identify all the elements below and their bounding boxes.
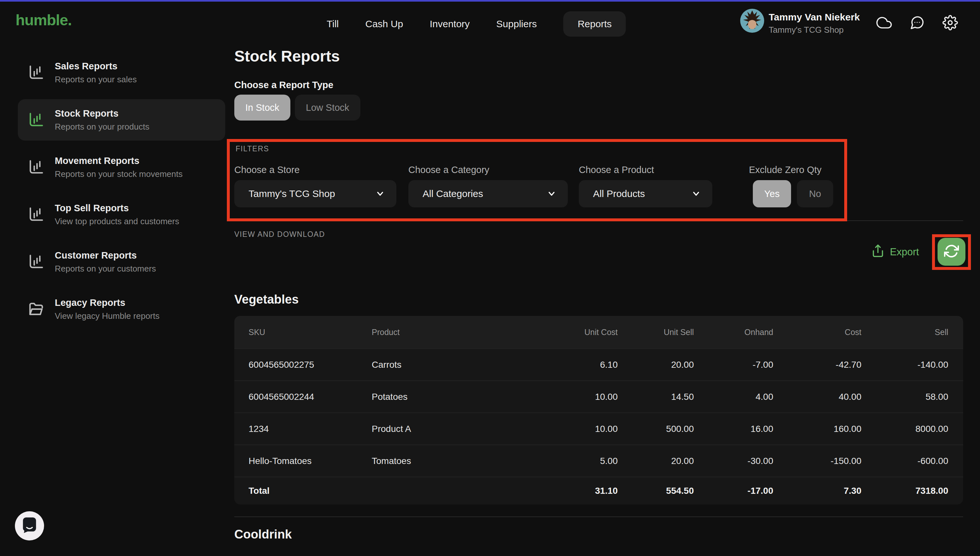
cell-product: Product A (372, 424, 496, 434)
gear-icon[interactable] (943, 15, 958, 31)
sidebar-item-title: Movement Reports (55, 155, 183, 166)
total-onhand: -17.00 (694, 486, 773, 496)
user-name[interactable]: Tammy Van Niekerk (769, 12, 860, 23)
chart-icon (27, 206, 44, 223)
nav-item-till[interactable]: Till (327, 18, 339, 29)
table-title-vegetables: Vegetables (234, 293, 299, 307)
total-unit-cost: 31.10 (496, 486, 618, 496)
column-header-cost: Cost (773, 328, 861, 337)
nav-item-inventory[interactable]: Inventory (430, 18, 470, 29)
sidebar-item-text: Top Sell Reports View top products and c… (55, 203, 179, 226)
column-header-unit-cost: Unit Cost (496, 328, 618, 337)
sidebar-item-stock-reports[interactable]: Stock Reports Reports on your products (18, 99, 225, 141)
sidebar-item-text: Movement Reports Reports on your stock m… (55, 155, 183, 179)
product-select-value: All Products (593, 188, 645, 199)
user-store: Tammy's TCG Shop (769, 25, 844, 35)
chart-icon (27, 64, 44, 81)
product-select[interactable]: All Products (579, 180, 712, 207)
total-sell: 7318.00 (861, 486, 948, 496)
cell-cost: -42.70 (773, 360, 861, 370)
category-select-value: All Categories (423, 188, 483, 199)
sidebar-item-title: Customer Reports (55, 250, 156, 261)
sidebar-item-subtitle: Reports on your customers (55, 264, 156, 274)
cell-sell: -600.00 (861, 456, 948, 466)
exclude-zero-qty-no-button[interactable]: No (797, 180, 833, 207)
app-logo: humble. (16, 11, 72, 29)
product-filter-label: Choose a Product (579, 165, 654, 175)
chat-bubble-icon (23, 517, 37, 535)
export-button[interactable]: Export (871, 244, 919, 260)
store-select-value: Tammy's TCG Shop (249, 188, 335, 199)
table-header-row: SKU Product Unit Cost Unit Sell Onhand C… (234, 316, 963, 348)
sidebar-item-subtitle: Reports on your sales (55, 74, 137, 84)
sidebar-item-text: Stock Reports Reports on your products (55, 108, 149, 132)
sidebar-item-subtitle: View top products and customers (55, 217, 179, 226)
cell-unit-sell: 14.50 (618, 392, 694, 402)
sidebar-item-title: Sales Reports (55, 61, 137, 72)
category-filter-label: Choose a Category (408, 165, 489, 175)
cell-onhand: -30.00 (694, 456, 773, 466)
nav-item-cash-up[interactable]: Cash Up (365, 18, 403, 29)
sidebar-item-sales-reports[interactable]: Sales Reports Reports on your sales (18, 52, 225, 93)
table-row: 6004565002244 Potatoes 10.00 14.50 4.00 … (234, 380, 963, 412)
cell-unit-sell: 20.00 (618, 456, 694, 466)
exclude-zero-qty-toggle: Yes No (753, 180, 833, 207)
sidebar-item-text: Legacy Reports View legacy Humble report… (55, 297, 159, 321)
sidebar-item-movement-reports[interactable]: Movement Reports Reports on your stock m… (18, 147, 225, 188)
sidebar-item-top-sell-reports[interactable]: Top Sell Reports View top products and c… (18, 194, 225, 235)
avatar[interactable] (740, 9, 764, 33)
chat-launcher-button[interactable] (15, 511, 44, 540)
cell-sell: -140.00 (861, 360, 948, 370)
table-row: 6004565002275 Carrots 6.10 20.00 -7.00 -… (234, 348, 963, 380)
total-unit-sell: 554.50 (618, 486, 694, 496)
cloud-icon[interactable] (876, 15, 892, 31)
column-header-sku: SKU (249, 328, 372, 337)
sidebar-item-subtitle: Reports on your products (55, 122, 149, 132)
top-accent-strip (0, 0, 980, 2)
category-select[interactable]: All Categories (408, 180, 568, 207)
sidebar-item-legacy-reports[interactable]: Legacy Reports View legacy Humble report… (18, 288, 225, 330)
exclude-zero-qty-label: Exclude Zero Qty (749, 165, 822, 175)
cell-product: Potatoes (372, 392, 496, 402)
section-divider (234, 516, 963, 517)
refresh-button[interactable] (938, 238, 965, 266)
cell-unit-cost: 10.00 (496, 392, 618, 402)
sidebar-item-customer-reports[interactable]: Customer Reports Reports on your custome… (18, 241, 225, 283)
sidebar-item-text: Sales Reports Reports on your sales (55, 61, 137, 84)
column-header-product: Product (372, 328, 496, 337)
in-stock-button[interactable]: In Stock (234, 95, 290, 121)
nav-item-reports-active[interactable]: Reports (563, 11, 626, 37)
chart-icon (27, 159, 44, 176)
cell-sku: 6004565002244 (249, 392, 372, 402)
cell-sell: 8000.00 (861, 424, 948, 434)
share-icon (871, 244, 885, 260)
column-header-sell: Sell (861, 328, 948, 337)
sidebar-item-subtitle: View legacy Humble reports (55, 311, 159, 321)
cell-product: Tomatoes (372, 456, 496, 466)
chart-icon (27, 112, 44, 128)
low-stock-button[interactable]: Low Stock (295, 95, 361, 121)
stock-table-vegetables: SKU Product Unit Cost Unit Sell Onhand C… (234, 316, 963, 504)
exclude-zero-qty-yes-button[interactable]: Yes (753, 180, 791, 207)
table-row: 1234 Product A 10.00 500.00 16.00 160.00… (234, 412, 963, 444)
chevron-down-icon (375, 189, 385, 199)
store-select[interactable]: Tammy's TCG Shop (234, 180, 396, 207)
main-nav: Till Cash Up Inventory Suppliers Reports (327, 11, 626, 37)
chat-icon[interactable] (909, 15, 925, 31)
table-title-cooldrink: Cooldrink (234, 527, 292, 541)
nav-item-suppliers[interactable]: Suppliers (496, 18, 537, 29)
view-download-section-label: VIEW AND DOWNLOAD (234, 230, 325, 239)
report-type-toggle: In Stock Low Stock (234, 95, 361, 121)
cell-cost: -150.00 (773, 456, 861, 466)
cell-product: Carrots (372, 360, 496, 370)
cell-sku: Hello-Tomatoes (249, 456, 372, 466)
report-type-label: Choose a Report Type (234, 80, 333, 91)
store-filter-label: Choose a Store (234, 165, 300, 175)
cell-sell: 58.00 (861, 392, 948, 402)
column-header-unit-sell: Unit Sell (618, 328, 694, 337)
sidebar-item-subtitle: Reports on your stock movements (55, 169, 183, 179)
cell-unit-cost: 5.00 (496, 456, 618, 466)
filters-bottom-divider (234, 220, 963, 221)
app-window: humble. Till Cash Up Inventory Suppliers… (0, 0, 980, 556)
table-total-row: Total 31.10 554.50 -17.00 7.30 7318.00 (234, 477, 963, 504)
